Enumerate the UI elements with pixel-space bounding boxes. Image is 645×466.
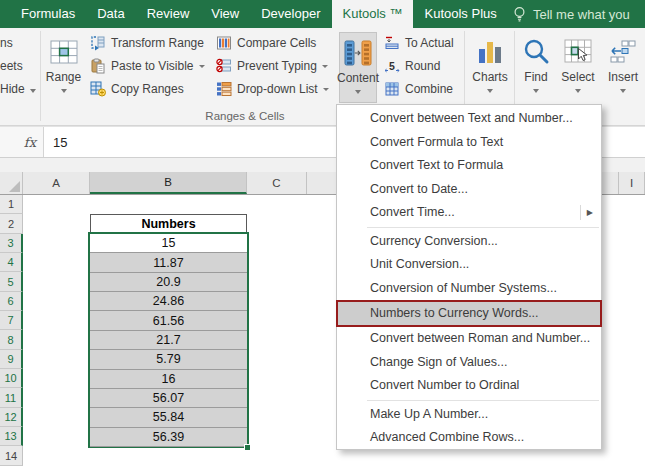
ribbon-button-combine[interactable]: Combine — [380, 77, 458, 100]
range-button[interactable]: Range — [42, 32, 85, 103]
menu-item-convert-time[interactable]: Convert Time...▶ — [337, 201, 601, 225]
menu-item-change-sign-of-values[interactable]: Change Sign of Values... — [337, 351, 601, 375]
column-header-i[interactable]: I — [618, 172, 645, 194]
ribbon-button-prevent-typing[interactable]: Prevent Typing — [212, 54, 333, 77]
menu-item-advanced-combine-rows[interactable]: Advanced Combine Rows... — [337, 426, 601, 450]
row-header-13[interactable]: 13 — [0, 427, 23, 446]
excel-window: FormulasDataReviewViewDeveloperKutools ™… — [0, 0, 645, 466]
tab-kutools-plus[interactable]: Kutools Plus — [413, 0, 507, 28]
cell-b10[interactable]: 16 — [90, 370, 247, 389]
tab-view[interactable]: View — [200, 0, 250, 28]
menu-item-convert-formula-to-text[interactable]: Convert Formula to Text — [337, 131, 601, 155]
ribbon-button-label: Transform Range — [111, 36, 204, 50]
row-header-2[interactable]: 2 — [0, 214, 23, 233]
ribbon-button-copy-ranges[interactable]: Copy Ranges — [86, 77, 209, 100]
group-separator — [40, 31, 41, 121]
drop-down-list-icon — [216, 81, 232, 97]
tab-developer[interactable]: Developer — [250, 0, 331, 28]
cell-b8[interactable]: 21.7 — [90, 331, 247, 350]
find-button[interactable]: Find — [517, 32, 555, 103]
content-button[interactable]: Content — [339, 32, 377, 103]
combine-icon — [384, 81, 400, 97]
ribbon-button-compare-cells[interactable]: Compare Cells — [212, 31, 333, 54]
selected-range-b3-b13[interactable]: 1511.8720.924.8661.5621.75.791656.0755.8… — [88, 232, 249, 448]
cell-b11[interactable]: 56.07 — [90, 389, 247, 408]
row-header-14[interactable]: 14 — [0, 446, 23, 465]
select-icon — [563, 34, 593, 70]
menu-item-convert-between-text-and-number[interactable]: Convert between Text and Number... — [337, 107, 601, 131]
row-header-12[interactable]: 12 — [0, 408, 23, 427]
cell-b3[interactable]: 15 — [90, 234, 247, 253]
menu-item-convert-text-to-formula[interactable]: Convert Text to Formula — [337, 154, 601, 178]
compare-cells-icon — [216, 35, 232, 51]
cell-b2-table-title[interactable]: Numbers — [90, 214, 247, 234]
ribbon-button-to-actual[interactable]: To Actual — [380, 31, 458, 54]
clipped-label-hide[interactable]: Hide — [0, 78, 36, 101]
row-header-4[interactable]: 4 — [0, 253, 23, 272]
menu-item-numbers-to-currency-words[interactable]: Numbers to Currency Words... — [336, 300, 602, 327]
menu-item-label: Conversion of Number Systems... — [370, 281, 557, 295]
charts-button[interactable]: Charts — [467, 32, 513, 103]
ribbon-button-label: Round — [405, 59, 440, 73]
row-header-1[interactable]: 1 — [0, 195, 23, 214]
column-header-a[interactable]: A — [23, 172, 90, 194]
menu-item-label: Numbers to Currency Words... — [370, 306, 539, 320]
menu-item-conversion-of-number-systems[interactable]: Conversion of Number Systems... — [337, 277, 601, 301]
select-button[interactable]: Select — [556, 32, 600, 103]
menu-item-label: Convert to Date... — [370, 182, 468, 196]
fill-handle[interactable] — [244, 444, 251, 451]
big-button-label: Insert — [608, 70, 638, 84]
transform-range-icon — [90, 35, 106, 51]
cell-b4[interactable]: 11.87 — [90, 253, 247, 272]
insert-button[interactable]: Insert — [601, 32, 645, 103]
insert-function-button[interactable]: fx — [0, 127, 44, 157]
menu-item-label: Currency Conversion... — [370, 234, 498, 248]
menu-item-convert-to-date[interactable]: Convert to Date... — [337, 178, 601, 202]
row-header-9[interactable]: 9 — [0, 350, 23, 369]
row-header-11[interactable]: 11 — [0, 388, 23, 407]
cell-b5[interactable]: 20.9 — [90, 273, 247, 292]
clipped-label-ns[interactable]: ns — [0, 32, 36, 55]
row-header-3[interactable]: 3 — [0, 234, 23, 253]
tell-me-box[interactable]: Tell me what you — [512, 0, 645, 28]
menu-item-convert-between-roman-and-number[interactable]: Convert between Roman and Number... — [337, 327, 601, 351]
ribbon-button-label: Combine — [405, 82, 453, 96]
ribbon-button-drop-down-list[interactable]: Drop-down List — [212, 77, 333, 100]
menu-item-unit-conversion[interactable]: Unit Conversion... — [337, 253, 601, 277]
cell-b6[interactable]: 24.86 — [90, 292, 247, 311]
group-label-ranges-cells: Ranges & Cells — [120, 110, 370, 122]
tab-formulas[interactable]: Formulas — [10, 0, 86, 28]
menu-item-make-up-a-number[interactable]: Make Up A Number... — [337, 403, 601, 427]
tab-review[interactable]: Review — [136, 0, 201, 28]
column-header-b[interactable]: B — [90, 172, 247, 194]
row-header-8[interactable]: 8 — [0, 330, 23, 349]
dropdown-arrow-icon — [323, 88, 329, 91]
tell-me-label: Tell me what you — [533, 7, 630, 22]
ribbon-button-round[interactable]: 5Round — [380, 54, 458, 77]
select-all-corner[interactable] — [0, 172, 23, 194]
big-button-label: Select — [561, 70, 594, 84]
cell-b12[interactable]: 55.84 — [90, 408, 247, 427]
cell-b9[interactable]: 5.79 — [90, 350, 247, 369]
column-header-c[interactable]: C — [247, 172, 307, 194]
ribbon-button-paste-to-visible[interactable]: Paste to Visible — [86, 54, 209, 77]
cell-b7[interactable]: 61.56 — [90, 311, 247, 330]
menu-item-convert-number-to-ordinal[interactable]: Convert Number to Ordinal — [337, 374, 601, 398]
row-header-7[interactable]: 7 — [0, 311, 23, 330]
table-title-label: Numbers — [141, 217, 195, 231]
tab-list: FormulasDataReviewViewDeveloperKutools ™… — [10, 0, 508, 28]
charts-icon — [475, 34, 505, 70]
cell-b13[interactable]: 56.39 — [90, 428, 247, 447]
tab-data[interactable]: Data — [86, 0, 135, 28]
menu-item-label: Convert between Text and Number... — [370, 111, 573, 125]
row-header-5[interactable]: 5 — [0, 272, 23, 291]
menu-item-currency-conversion[interactable]: Currency Conversion... — [337, 230, 601, 254]
row-header-10[interactable]: 10 — [0, 369, 23, 388]
content-icon — [343, 35, 373, 71]
dropdown-arrow-icon — [620, 89, 626, 93]
to-actual-icon — [384, 35, 400, 51]
row-header-6[interactable]: 6 — [0, 292, 23, 311]
ribbon-button-transform-range[interactable]: Transform Range — [86, 31, 209, 54]
tab-kutools[interactable]: Kutools ™ — [332, 0, 414, 28]
clipped-label-eets[interactable]: eets — [0, 55, 36, 78]
